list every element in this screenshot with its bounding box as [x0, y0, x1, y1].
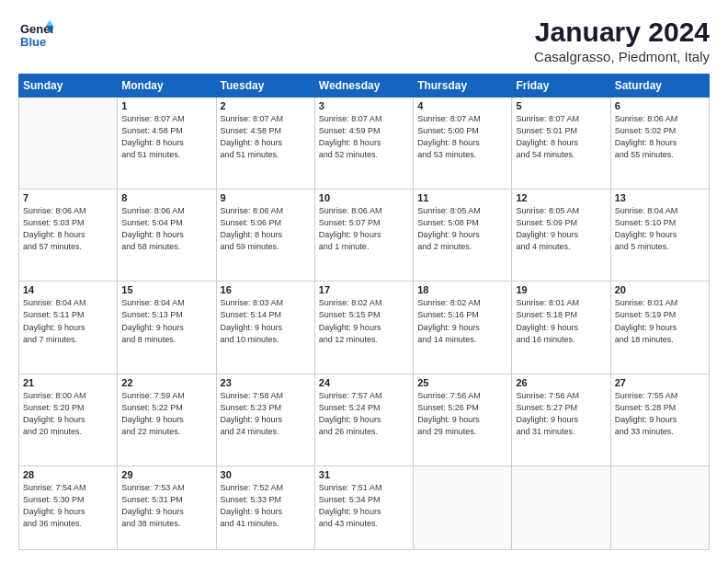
day-info: Sunrise: 8:04 AMSunset: 5:13 PMDaylight:…: [121, 297, 211, 345]
day-info: Sunrise: 8:01 AMSunset: 5:18 PMDaylight:…: [516, 297, 606, 345]
table-row: 30Sunrise: 7:52 AMSunset: 5:33 PMDayligh…: [216, 465, 314, 549]
table-row: 14Sunrise: 8:04 AMSunset: 5:11 PMDayligh…: [19, 282, 118, 373]
table-row: [19, 98, 118, 190]
day-number: 21: [23, 377, 113, 388]
calendar-table: Sunday Monday Tuesday Wednesday Thursday…: [18, 74, 710, 550]
day-number: 23: [221, 377, 311, 388]
day-number: 12: [516, 192, 606, 203]
day-number: 19: [516, 284, 606, 295]
day-number: 7: [23, 192, 113, 203]
day-info: Sunrise: 7:51 AMSunset: 5:34 PMDaylight:…: [319, 482, 409, 530]
day-number: 13: [615, 192, 705, 203]
day-number: 26: [516, 377, 606, 388]
table-row: 28Sunrise: 7:54 AMSunset: 5:30 PMDayligh…: [19, 465, 118, 549]
day-info: Sunrise: 7:52 AMSunset: 5:33 PMDaylight:…: [221, 482, 311, 530]
day-number: 20: [615, 284, 705, 295]
table-row: 2Sunrise: 8:07 AMSunset: 4:58 PMDaylight…: [216, 98, 314, 190]
table-row: 26Sunrise: 7:56 AMSunset: 5:27 PMDayligh…: [512, 373, 610, 465]
table-row: 20Sunrise: 8:01 AMSunset: 5:19 PMDayligh…: [610, 282, 709, 373]
day-number: 14: [23, 284, 113, 295]
day-info: Sunrise: 8:06 AMSunset: 5:04 PMDaylight:…: [121, 205, 211, 253]
day-number: 15: [121, 284, 211, 295]
day-info: Sunrise: 8:06 AMSunset: 5:07 PMDaylight:…: [319, 205, 409, 253]
title-area: January 2024 Casalgrasso, Piedmont, Ital…: [534, 17, 710, 64]
table-row: 4Sunrise: 8:07 AMSunset: 5:00 PMDaylight…: [414, 98, 512, 190]
logo-icon: General Blue: [18, 17, 53, 52]
day-number: 27: [615, 377, 705, 388]
day-info: Sunrise: 8:04 AMSunset: 5:10 PMDaylight:…: [615, 205, 705, 253]
table-row: 15Sunrise: 8:04 AMSunset: 5:13 PMDayligh…: [118, 282, 216, 373]
day-number: 5: [516, 100, 606, 111]
table-row: 13Sunrise: 8:04 AMSunset: 5:10 PMDayligh…: [610, 190, 709, 282]
day-info: Sunrise: 8:03 AMSunset: 5:14 PMDaylight:…: [221, 297, 311, 345]
table-row: [512, 465, 610, 549]
location: Casalgrasso, Piedmont, Italy: [534, 49, 710, 64]
day-number: 28: [23, 469, 113, 480]
col-friday: Friday: [512, 75, 610, 98]
table-row: 22Sunrise: 7:59 AMSunset: 5:22 PMDayligh…: [118, 373, 216, 465]
table-row: [414, 465, 512, 549]
day-info: Sunrise: 7:56 AMSunset: 5:26 PMDaylight:…: [417, 390, 507, 438]
day-info: Sunrise: 8:01 AMSunset: 5:19 PMDaylight:…: [615, 297, 705, 345]
header: General Blue January 2024 Casalgrasso, P…: [18, 17, 710, 64]
day-info: Sunrise: 7:59 AMSunset: 5:22 PMDaylight:…: [121, 390, 211, 438]
day-number: 11: [417, 192, 507, 203]
table-row: 21Sunrise: 8:00 AMSunset: 5:20 PMDayligh…: [19, 373, 118, 465]
day-info: Sunrise: 7:57 AMSunset: 5:24 PMDaylight:…: [319, 390, 409, 438]
day-number: 6: [615, 100, 705, 111]
week-row-2: 7Sunrise: 8:06 AMSunset: 5:03 PMDaylight…: [19, 190, 710, 282]
table-row: 24Sunrise: 7:57 AMSunset: 5:24 PMDayligh…: [314, 373, 413, 465]
table-row: 29Sunrise: 7:53 AMSunset: 5:31 PMDayligh…: [118, 465, 216, 549]
day-info: Sunrise: 8:07 AMSunset: 5:00 PMDaylight:…: [417, 113, 507, 161]
table-row: 23Sunrise: 7:58 AMSunset: 5:23 PMDayligh…: [216, 373, 314, 465]
day-info: Sunrise: 8:06 AMSunset: 5:06 PMDaylight:…: [221, 205, 311, 253]
table-row: 1Sunrise: 8:07 AMSunset: 4:58 PMDaylight…: [118, 98, 216, 190]
table-row: 17Sunrise: 8:02 AMSunset: 5:15 PMDayligh…: [314, 282, 413, 373]
day-info: Sunrise: 8:04 AMSunset: 5:11 PMDaylight:…: [23, 297, 113, 345]
day-number: 18: [417, 284, 507, 295]
day-info: Sunrise: 7:53 AMSunset: 5:31 PMDaylight:…: [121, 482, 211, 530]
day-info: Sunrise: 7:56 AMSunset: 5:27 PMDaylight:…: [516, 390, 606, 438]
day-number: 4: [417, 100, 507, 111]
month-title: January 2024: [534, 17, 710, 47]
week-row-5: 28Sunrise: 7:54 AMSunset: 5:30 PMDayligh…: [19, 465, 710, 549]
day-info: Sunrise: 8:07 AMSunset: 5:01 PMDaylight:…: [516, 113, 606, 161]
day-number: 25: [417, 377, 507, 388]
col-tuesday: Tuesday: [216, 75, 314, 98]
day-number: 8: [121, 192, 211, 203]
day-info: Sunrise: 7:55 AMSunset: 5:28 PMDaylight:…: [615, 390, 705, 438]
col-wednesday: Wednesday: [314, 75, 413, 98]
table-row: 25Sunrise: 7:56 AMSunset: 5:26 PMDayligh…: [414, 373, 512, 465]
day-number: 29: [121, 469, 211, 480]
table-row: 11Sunrise: 8:05 AMSunset: 5:08 PMDayligh…: [414, 190, 512, 282]
table-row: 9Sunrise: 8:06 AMSunset: 5:06 PMDaylight…: [216, 190, 314, 282]
col-thursday: Thursday: [414, 75, 512, 98]
day-info: Sunrise: 7:58 AMSunset: 5:23 PMDaylight:…: [221, 390, 311, 438]
table-row: 8Sunrise: 8:06 AMSunset: 5:04 PMDaylight…: [118, 190, 216, 282]
day-number: 24: [319, 377, 409, 388]
table-row: 19Sunrise: 8:01 AMSunset: 5:18 PMDayligh…: [512, 282, 610, 373]
week-row-3: 14Sunrise: 8:04 AMSunset: 5:11 PMDayligh…: [19, 282, 710, 373]
day-number: 16: [221, 284, 311, 295]
day-info: Sunrise: 8:02 AMSunset: 5:15 PMDaylight:…: [319, 297, 409, 345]
table-row: 6Sunrise: 8:06 AMSunset: 5:02 PMDaylight…: [610, 98, 709, 190]
day-number: 2: [221, 100, 311, 111]
table-row: 27Sunrise: 7:55 AMSunset: 5:28 PMDayligh…: [610, 373, 709, 465]
day-info: Sunrise: 8:06 AMSunset: 5:02 PMDaylight:…: [615, 113, 705, 161]
table-row: 10Sunrise: 8:06 AMSunset: 5:07 PMDayligh…: [314, 190, 413, 282]
day-info: Sunrise: 7:54 AMSunset: 5:30 PMDaylight:…: [23, 482, 113, 530]
table-row: 3Sunrise: 8:07 AMSunset: 4:59 PMDaylight…: [314, 98, 413, 190]
header-row: Sunday Monday Tuesday Wednesday Thursday…: [19, 75, 710, 98]
day-number: 10: [319, 192, 409, 203]
day-info: Sunrise: 8:07 AMSunset: 4:59 PMDaylight:…: [319, 113, 409, 161]
day-info: Sunrise: 8:07 AMSunset: 4:58 PMDaylight:…: [121, 113, 211, 161]
table-row: [610, 465, 709, 549]
day-info: Sunrise: 8:05 AMSunset: 5:08 PMDaylight:…: [417, 205, 507, 253]
day-info: Sunrise: 8:00 AMSunset: 5:20 PMDaylight:…: [23, 390, 113, 438]
svg-text:Blue: Blue: [20, 35, 46, 49]
table-row: 16Sunrise: 8:03 AMSunset: 5:14 PMDayligh…: [216, 282, 314, 373]
day-info: Sunrise: 8:02 AMSunset: 5:16 PMDaylight:…: [417, 297, 507, 345]
col-saturday: Saturday: [610, 75, 709, 98]
day-info: Sunrise: 8:05 AMSunset: 5:09 PMDaylight:…: [516, 205, 606, 253]
logo: General Blue: [18, 17, 53, 52]
